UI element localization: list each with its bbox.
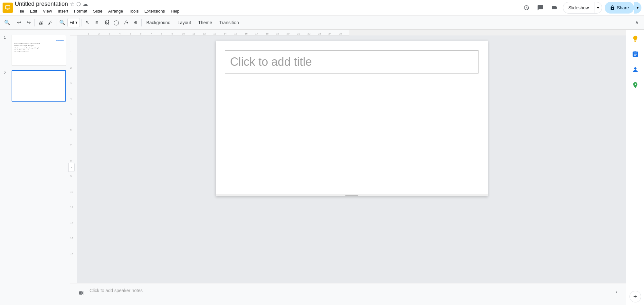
menu-insert[interactable]: Insert (55, 7, 71, 15)
ruler-v-tick-7: 7 (70, 144, 71, 147)
menu-help[interactable]: Help (168, 7, 182, 15)
insert-image-button[interactable]: 🖼 (102, 17, 111, 28)
slide-1-thumbnail[interactable]: 1 MagicSlides Professional Presentations… (1, 33, 69, 68)
title-area: Untitled presentation ☆ ⬡ ☁ File Edit Vi… (15, 1, 518, 15)
canvas-and-ruler: 1234567891011121314 Click to add title (70, 35, 626, 283)
menu-arrange[interactable]: Arrange (106, 7, 126, 15)
ruler-h-tick-25: 25 (339, 32, 342, 35)
toolbar-separator-4 (81, 19, 81, 26)
theme-button[interactable]: Theme (195, 17, 215, 28)
menu-file[interactable]: File (15, 7, 27, 15)
folder-icon[interactable]: ⬡ (76, 1, 81, 7)
transition-button[interactable]: Transition (216, 17, 242, 28)
ruler-h-tick-5: 5 (130, 32, 131, 35)
ruler-v-tick-6: 6 (70, 128, 71, 131)
ruler-v-tick-3: 3 (70, 82, 71, 85)
toolbar-separator-2 (34, 19, 35, 26)
redo-button[interactable]: ↪ (24, 17, 33, 28)
print-button[interactable]: 🖨 (36, 17, 45, 28)
ruler-v-tick-4: 4 (70, 97, 71, 100)
ruler-h-tick-7: 7 (151, 32, 152, 35)
title-placeholder[interactable]: Click to add title (225, 50, 479, 74)
ruler-h-tick-8: 8 (161, 32, 162, 35)
menu-format[interactable]: Format (71, 7, 90, 15)
slideshow-button[interactable]: Slideshow ▾ (563, 2, 602, 14)
ruler-h-tick-18: 18 (266, 32, 269, 35)
zoom-selector[interactable]: Fit ▾ (67, 18, 80, 27)
ruler-h-tick-13: 13 (213, 32, 216, 35)
share-button[interactable]: Share (605, 2, 634, 14)
corner-box (70, 30, 77, 35)
tasks-button[interactable] (629, 48, 642, 61)
horizontal-ruler-row: 1234567891011121314151617181920212223242… (70, 30, 626, 35)
slide-2-number: 2 (4, 70, 9, 75)
ruler-h-tick-24: 24 (328, 32, 331, 35)
insert-textbox-button[interactable]: ⊕ (131, 17, 140, 28)
ruler-h-tick-23: 23 (318, 32, 321, 35)
center-area: 1234567891011121314151617181920212223242… (70, 30, 626, 305)
select-tool-button[interactable]: ↖ (83, 17, 92, 28)
share-label: Share (617, 5, 629, 10)
layout-button[interactable]: Layout (174, 17, 194, 28)
contacts-button[interactable] (629, 63, 642, 76)
doc-title[interactable]: Untitled presentation (15, 1, 68, 7)
collapse-toolbar-button[interactable]: ∧ (632, 18, 641, 27)
zoom-out-button[interactable]: 🔍 (58, 17, 67, 28)
slide-2-thumb (12, 70, 66, 102)
star-icon[interactable]: ☆ (70, 1, 74, 7)
menu-tools[interactable]: Tools (126, 7, 141, 15)
maps-button[interactable] (629, 79, 642, 92)
ruler-v-tick-12: 12 (70, 221, 73, 224)
ruler-v-tick-1: 1 (70, 51, 71, 54)
select-objects-button[interactable]: ⊞ (92, 17, 101, 28)
svg-rect-3 (7, 9, 8, 10)
ruler-v-tick-5: 5 (70, 113, 71, 116)
sidebar-add-button[interactable]: + (630, 291, 641, 302)
slideshow-main-button[interactable]: Slideshow (563, 2, 594, 13)
ruler-h-tick-2: 2 (98, 32, 99, 35)
menu-bar: File Edit View Insert Format Slide Arran… (15, 7, 518, 15)
canvas-inner: Click to add title (216, 41, 488, 278)
grid-view-button[interactable] (75, 287, 87, 299)
right-sidebar: + (626, 30, 644, 305)
meet-button[interactable] (549, 2, 560, 14)
history-button[interactable] (520, 2, 532, 14)
toolbar-right: ∧ (632, 18, 641, 27)
share-more-button[interactable]: ▾ (634, 2, 641, 14)
toolbar-separator-5 (141, 19, 142, 26)
menu-view[interactable]: View (40, 7, 54, 15)
canvas-scroll[interactable]: Click to add title (77, 35, 626, 283)
background-button[interactable]: Background (143, 17, 174, 28)
panel-collapse-button[interactable]: ‹ (68, 163, 75, 172)
ruler-v-tick-14: 14 (70, 252, 73, 255)
left-ruler: 1234567891011121314 (70, 35, 77, 283)
svg-rect-2 (6, 9, 9, 10)
slide-1-number: 1 (4, 35, 9, 39)
menu-slide[interactable]: Slide (90, 7, 105, 15)
toolbar: 🔍 ↩ ↪ 🖨 🖌 🔍 Fit ▾ ↖ ⊞ 🖼 ◯ ╱▾ ⊕ Backgroun… (0, 15, 644, 30)
slide-panel: 1 MagicSlides Professional Presentations… (0, 30, 70, 305)
search-button[interactable]: 🔍 (3, 17, 12, 28)
ruler-v-tick-2: 2 (70, 66, 71, 69)
top-right: Slideshow ▾ Share ▾ (520, 2, 641, 14)
notes-text[interactable]: Click to add speaker notes (90, 287, 609, 293)
paint-format-button[interactable]: 🖌 (46, 17, 55, 28)
slide-canvas[interactable]: Click to add title (216, 41, 488, 196)
zoom-label: Fit (70, 20, 74, 25)
slide-2-thumbnail[interactable]: 2 (1, 68, 69, 103)
cloud-icon[interactable]: ☁ (83, 1, 88, 7)
ruler-h-tick-9: 9 (171, 32, 173, 35)
insert-shape-button[interactable]: ◯ (112, 17, 121, 28)
menu-edit[interactable]: Edit (27, 7, 40, 15)
top-ruler: 1234567891011121314151617181920212223242… (77, 30, 349, 35)
slideshow-dropdown-button[interactable]: ▾ (594, 2, 602, 13)
menu-extensions[interactable]: Extensions (142, 7, 168, 15)
undo-button[interactable]: ↩ (14, 17, 24, 28)
notes-collapse-button[interactable]: › (612, 287, 621, 296)
insert-line-button[interactable]: ╱▾ (121, 17, 130, 28)
notes-handle[interactable] (216, 194, 488, 196)
ruler-v-tick-11: 11 (70, 206, 73, 209)
comments-button[interactable] (535, 2, 546, 14)
keep-button[interactable] (629, 32, 642, 45)
ruler-h-tick-14: 14 (224, 32, 227, 35)
